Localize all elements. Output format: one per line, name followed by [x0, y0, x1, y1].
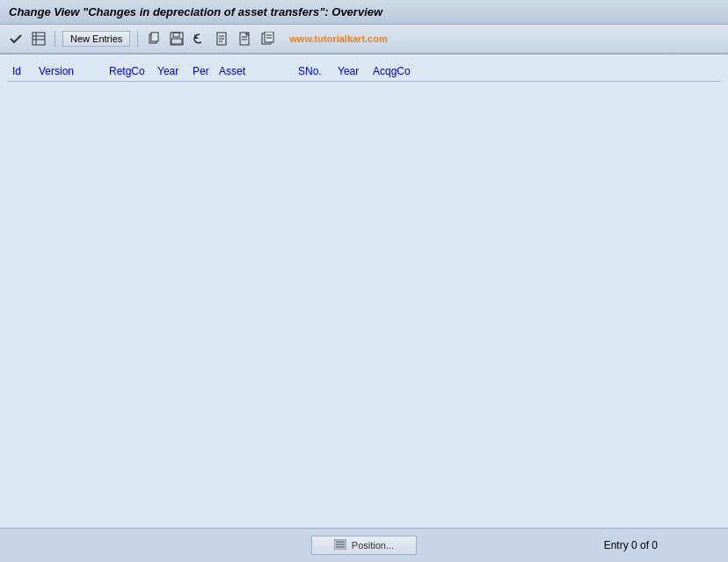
col-header-version[interactable]: Version: [39, 65, 109, 77]
svg-rect-5: [151, 33, 158, 41]
doc-icon-2[interactable]: [237, 31, 254, 47]
svg-rect-19: [265, 32, 273, 42]
entry-count: Entry 0 of 0: [604, 539, 658, 551]
table-icon[interactable]: [30, 31, 47, 47]
content-area: Id Version RetgCo Year Per Asset SNo. Ye…: [0, 55, 728, 528]
main-container: Change View "Changes in depreciation of …: [0, 0, 728, 562]
doc-icon-3[interactable]: [259, 31, 277, 47]
bottom-bar: Position... Entry 0 of 0: [0, 528, 728, 562]
col-header-per[interactable]: Per: [193, 65, 219, 77]
col-header-year2[interactable]: Year: [338, 65, 373, 77]
col-header-sno[interactable]: SNo.: [298, 65, 338, 77]
position-button[interactable]: Position...: [311, 536, 417, 555]
svg-rect-8: [171, 39, 182, 44]
svg-rect-7: [173, 33, 179, 37]
col-header-year1[interactable]: Year: [157, 65, 193, 77]
doc-icon-1[interactable]: [214, 31, 231, 47]
col-header-asset[interactable]: Asset: [219, 65, 298, 77]
position-icon: [334, 539, 346, 551]
new-entries-button[interactable]: New Entries: [62, 31, 130, 47]
page-title: Change View "Changes in depreciation of …: [9, 5, 382, 18]
toolbar-separator-1: [55, 31, 55, 47]
title-bar: Change View "Changes in depreciation of …: [0, 0, 728, 25]
col-header-id[interactable]: Id: [12, 65, 39, 77]
watermark: www.tutorialkart.com: [289, 33, 387, 44]
col-header-retgco[interactable]: RetgCo: [109, 65, 157, 77]
copy-icon[interactable]: [145, 31, 163, 47]
undo-icon[interactable]: [191, 31, 208, 47]
toolbar-separator-2: [137, 31, 138, 47]
table-container: Id Version RetgCo Year Per Asset SNo. Ye…: [7, 62, 721, 521]
table-body: [7, 82, 721, 434]
svg-rect-0: [33, 33, 45, 45]
col-header-acggco[interactable]: AcqgCo: [373, 65, 426, 77]
table-header: Id Version RetgCo Year Per Asset SNo. Ye…: [7, 62, 721, 82]
position-label: Position...: [352, 540, 394, 551]
toolbar: New Entries: [0, 25, 728, 55]
check-icon[interactable]: [7, 31, 25, 47]
save-icon[interactable]: [168, 31, 186, 47]
